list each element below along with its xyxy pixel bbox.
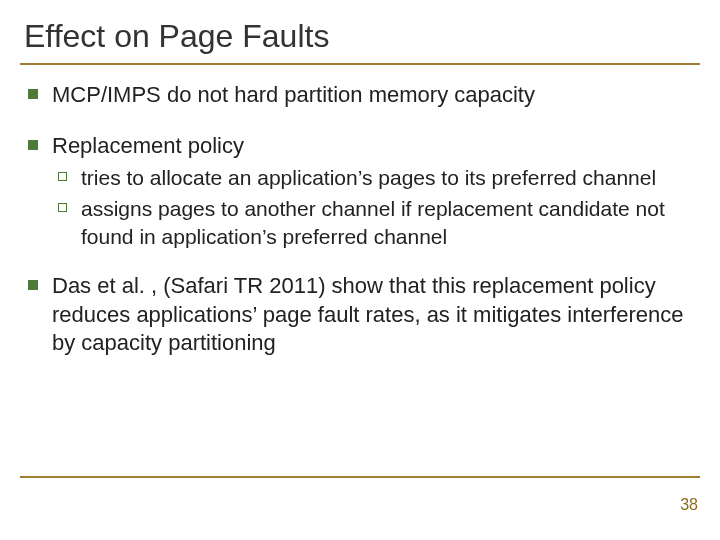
sub-bullet-text: assigns pages to another channel if repl… xyxy=(81,195,692,250)
sub-bullet-item: assigns pages to another channel if repl… xyxy=(58,195,692,250)
title-underline xyxy=(20,63,700,65)
slide-title: Effect on Page Faults xyxy=(20,18,700,55)
sub-bullet-item: tries to allocate an application’s pages… xyxy=(58,164,692,191)
sub-bullet-list: tries to allocate an application’s pages… xyxy=(58,164,692,250)
bullet-text: MCP/IMPS do not hard partition memory ca… xyxy=(52,81,692,110)
square-bullet-icon xyxy=(28,140,38,150)
footer-rule xyxy=(20,476,700,478)
bullet-text: Replacement policy xyxy=(52,132,692,161)
hollow-square-bullet-icon xyxy=(58,172,67,181)
sub-bullet-text: tries to allocate an application’s pages… xyxy=(81,164,692,191)
bullet-item: Das et al. , (Safari TR 2011) show that … xyxy=(28,272,692,358)
hollow-square-bullet-icon xyxy=(58,203,67,212)
slide: Effect on Page Faults MCP/IMPS do not ha… xyxy=(0,0,720,540)
bullet-item: Replacement policy xyxy=(28,132,692,161)
square-bullet-icon xyxy=(28,280,38,290)
slide-content: MCP/IMPS do not hard partition memory ca… xyxy=(20,81,700,358)
square-bullet-icon xyxy=(28,89,38,99)
bullet-text: Das et al. , (Safari TR 2011) show that … xyxy=(52,272,692,358)
page-number: 38 xyxy=(680,496,698,514)
bullet-item: MCP/IMPS do not hard partition memory ca… xyxy=(28,81,692,110)
